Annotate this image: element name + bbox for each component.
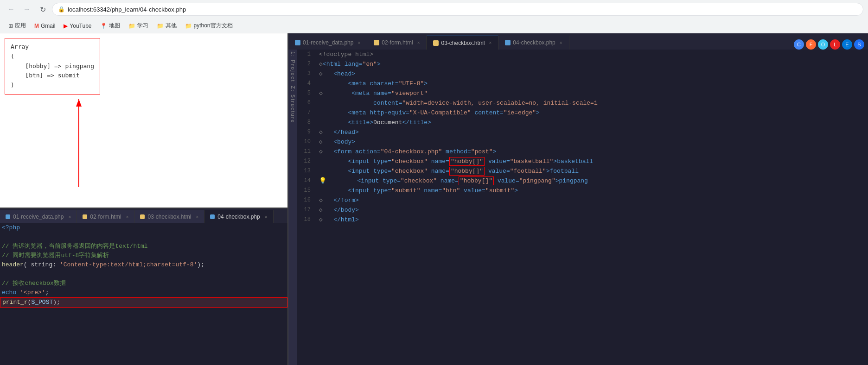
vs-line-10: 10 ◇ <body> [297,137,868,147]
bottom-editor: 01-receive_data.php × 02-form.html × 03-… [0,208,287,365]
vs-line-15: 15 <input type="submit" name="btn" value… [297,186,868,195]
code-line-comment1: // 告诉浏览器，当前服务器返回的内容是text/html [0,242,287,251]
vscode-panel: 01-receive_data.php × 02-form.html × 03-… [287,33,868,365]
vscode-tab-01-close[interactable]: × [357,40,360,45]
firefox-icon[interactable]: F [806,39,816,50]
tab-01-close[interactable]: × [68,214,71,220]
maps-icon: 📍 [100,23,107,29]
vs-line-6: 6 content="width=device-width, user-scal… [297,98,868,108]
code-line-print-r: print_r($_POST); [0,297,287,308]
array-line-4: ) [11,81,94,90]
vscode-tab-01-icon [295,40,300,45]
other-icon: 📁 [157,23,164,29]
vs-line-1: 1 <!doctype html> [297,50,868,59]
vscode-tab-04-icon [505,40,511,45]
tab-02-form[interactable]: 02-form.html × [77,210,134,223]
vscode-editor: 1 <!doctype html> 2 ◇<html lang="en"> 3 … [297,50,868,365]
vscode-tab-04[interactable]: 04-checkbox.php × [498,36,569,50]
annotation-arrow [19,94,158,192]
tab-01-icon [6,214,10,219]
vs-line-4: 4 <meta charset="UTF-8"> [297,79,868,88]
vscode-tab-02[interactable]: 02-form.html × [367,36,427,50]
bookmarks-bar: ⊞ 应用 M Gmail ▶ YouTube 📍 地图 📁 学习 📁 其他 📁 … [0,19,868,33]
editor-tabs: 01-receive_data.php × 02-form.html × 03-… [0,208,287,223]
annotation-area [5,94,283,192]
code-line-php-open: <?php [0,223,287,233]
code-line-blank1 [0,233,287,242]
vscode-tab-03-close[interactable]: × [489,40,492,45]
apps-icon: ⊞ [8,23,13,29]
vs-line-8: 8 <title>Document</title> [297,118,868,127]
reload-button[interactable]: ↻ [36,3,49,16]
browser-chrome: ← → ↻ 🔒 localhost:63342/php_learn/04-che… [0,0,868,33]
topright-icons: C F O L E S [794,39,868,50]
vs-line-2: 2 ◇<html lang="en"> [297,59,868,69]
code-line-blank2 [0,270,287,279]
code-line-header: header( string: 'Content-type:text/html;… [0,260,287,270]
save-icon[interactable]: S [854,39,864,50]
bookmark-python[interactable]: 📁 python官方文档 [181,20,236,31]
bookmark-gmail[interactable]: M Gmail [31,21,59,31]
array-line-1: ( [11,52,94,62]
structure-label[interactable]: Z: Structure [288,84,297,125]
bookmark-maps[interactable]: 📍 地图 [96,20,124,31]
code-line-echo: echo '<pre>'; [0,288,287,297]
page-content: Array ( [hobby] => pingpang [btn] => sub… [0,33,287,208]
nav-bar: ← → ↻ 🔒 localhost:63342/php_learn/04-che… [0,0,868,19]
edge-icon[interactable]: E [842,39,852,50]
youtube-icon: ▶ [64,23,68,29]
tab-03-close[interactable]: × [196,214,199,220]
side-labels: 1: Project Z: Structure [288,50,297,365]
address-bar[interactable]: 🔒 localhost:63342/php_learn/04-checkbox.… [52,3,863,16]
vs-line-3: 3 ◇ <head> [297,69,868,79]
array-line-3: [btn] => submit [11,71,94,81]
tab-04-checkbox[interactable]: 04-checkbox.php × [204,210,273,223]
vscode-tab-03[interactable]: 03-checkbox.html × [427,36,498,50]
vs-line-7: 7 <meta http-equiv="X-UA-Compatible" con… [297,108,868,118]
tab-04-close[interactable]: × [265,214,268,220]
lastpass-icon[interactable]: L [830,39,840,50]
php-code-area: <?php // 告诉浏览器，当前服务器返回的内容是text/html // 同… [0,223,287,365]
main-area: Array ( [hobby] => pingpang [btn] => sub… [0,33,868,365]
vscode-tab-03-icon [433,40,439,46]
vs-line-5: 5 ◇ <meta name="viewport" [297,88,868,98]
bookmark-youtube[interactable]: ▶ YouTube [60,21,95,31]
back-button[interactable]: ← [5,3,18,16]
bookmark-study[interactable]: 📁 学习 [125,20,152,31]
study-icon: 📁 [128,23,135,29]
vscode-tab-02-icon [374,40,379,45]
url-text: localhost:63342/php_learn/04-checkbox.ph… [68,6,186,13]
vscode-tab-04-close[interactable]: × [560,40,562,45]
vscode-wrapper: 1: Project Z: Structure 1 <!doctype html… [288,50,868,365]
vs-line-18: 18 ◇ </html> [297,215,868,225]
chrome-icon[interactable]: C [794,39,804,50]
vs-line-16: 16 ◇ </form> [297,195,868,205]
vs-line-17: 17 ◇ </body> [297,205,868,215]
gmail-icon: M [34,23,39,29]
vscode-tab-01[interactable]: 01-receive_data.php × [288,36,367,50]
code-line-comment3: // 接收checkbox数据 [0,279,287,288]
tab-03-checkbox[interactable]: 03-checkbox.html × [134,210,204,223]
vs-line-12: 12 <input type="checkbox" name="hobby[]"… [297,157,868,166]
vs-line-11: 11 ◇ <form action="04-checkbox.php" meth… [297,147,868,157]
bookmark-apps[interactable]: ⊞ 应用 [5,20,30,31]
vscode-tabs: 01-receive_data.php × 02-form.html × 03-… [288,33,868,50]
lock-icon: 🔒 [58,6,65,13]
vs-line-14: 14 💡 <input type="checkbox" name="hobby[… [297,176,868,186]
tab-03-icon [140,214,145,219]
tab-01-receive[interactable]: 01-receive_data.php × [0,210,77,223]
vscode-tab-02-close[interactable]: × [417,40,420,45]
python-icon: 📁 [185,23,192,29]
tab-04-icon [210,214,215,219]
array-output: Array ( [hobby] => pingpang [btn] => sub… [5,38,100,94]
tab-02-close[interactable]: × [126,214,129,220]
bookmark-other[interactable]: 📁 其他 [153,20,180,31]
vs-line-13: 13 <input type="checkbox" name="hobby[]"… [297,166,868,176]
project-label[interactable]: 1: Project [288,50,297,84]
array-line-0: Array [11,42,94,52]
vs-line-9: 9 ◇ </head> [297,127,868,137]
code-line-comment2: // 同时需要浏览器用utf-8字符集解析 [0,251,287,260]
opera-icon[interactable]: O [818,39,828,50]
left-panel: Array ( [hobby] => pingpang [btn] => sub… [0,33,287,365]
forward-button[interactable]: → [20,3,33,16]
